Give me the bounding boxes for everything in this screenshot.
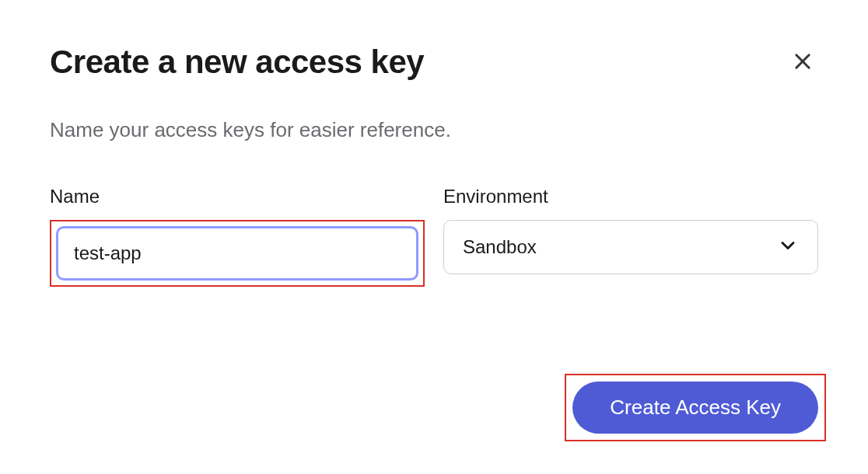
create-access-key-button[interactable]: Create Access Key	[572, 382, 818, 434]
create-button-highlight: Create Access Key	[565, 374, 826, 441]
close-button[interactable]	[787, 47, 818, 78]
modal-subtitle: Name your access keys for easier referen…	[50, 118, 818, 142]
close-icon	[792, 51, 814, 75]
name-field-group: Name	[50, 186, 425, 287]
name-label: Name	[50, 186, 425, 207]
environment-field-group: Environment Sandbox	[443, 186, 818, 287]
form-row: Name Environment Sandbox	[50, 186, 818, 287]
environment-selected-value: Sandbox	[463, 236, 537, 258]
environment-label: Environment	[443, 186, 818, 207]
modal-title: Create a new access key	[50, 44, 818, 81]
name-input[interactable]	[56, 226, 418, 281]
modal-actions: Create Access Key	[565, 374, 826, 441]
environment-select[interactable]: Sandbox	[443, 220, 818, 274]
create-access-key-modal: Create a new access key Name your access…	[0, 0, 868, 474]
name-highlight	[50, 220, 425, 287]
chevron-down-icon	[777, 235, 799, 260]
